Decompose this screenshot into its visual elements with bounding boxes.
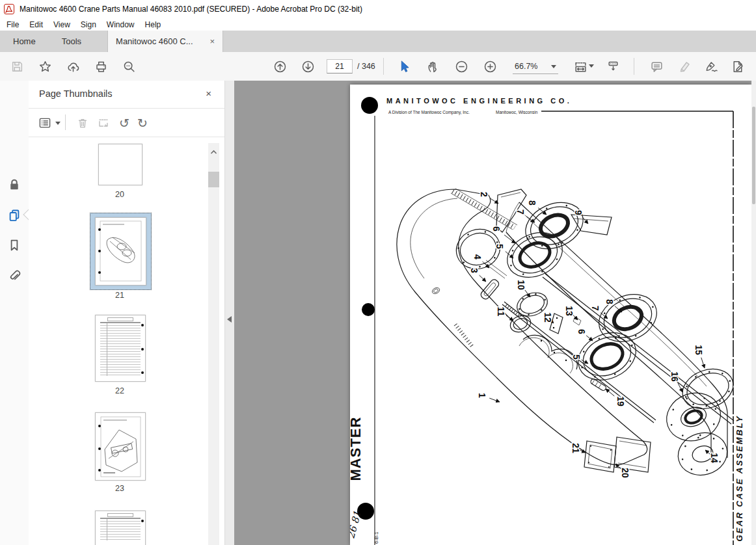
tab-document-label: Manitowoc 4600 C... xyxy=(116,36,193,46)
punch-hole xyxy=(362,303,375,316)
thumbnail-page-21[interactable] xyxy=(95,217,146,286)
panel-title: Page Thumbnails xyxy=(39,88,113,99)
fit-width-button[interactable] xyxy=(573,59,588,74)
chevron-down-icon xyxy=(551,65,556,68)
svg-text:10: 10 xyxy=(516,280,526,290)
scroll-up-icon[interactable] xyxy=(210,146,217,157)
delete-pages-button[interactable] xyxy=(74,114,91,131)
tab-bar: Home Tools Manitowoc 4600 C... × xyxy=(0,31,756,52)
attachments-paperclip-icon[interactable] xyxy=(7,267,22,283)
document-scrollbar[interactable] xyxy=(751,81,756,545)
svg-text:7: 7 xyxy=(590,306,601,311)
thumbnail-page-21-selection[interactable] xyxy=(90,213,152,290)
company-location: Manitowoc, Wisconsin xyxy=(496,110,538,114)
svg-text:14: 14 xyxy=(709,453,720,463)
page-number-input[interactable] xyxy=(327,59,353,73)
handwritten-note: 26 81 xyxy=(350,510,364,540)
print-button[interactable] xyxy=(93,59,109,74)
collapse-panel-icon[interactable] xyxy=(227,316,232,323)
menu-sign[interactable]: Sign xyxy=(75,20,101,29)
thumbnails-panel: Page Thumbnails × ↺ ↻ 20 xyxy=(29,81,224,545)
highlighter-button[interactable] xyxy=(677,59,692,74)
toolbar-divider xyxy=(634,58,634,75)
svg-text:6: 6 xyxy=(576,329,587,334)
thumbnail-page-23[interactable] xyxy=(95,412,146,481)
menu-window[interactable]: Window xyxy=(101,20,140,29)
punch-dot xyxy=(141,348,144,351)
bearing-rings xyxy=(451,194,739,481)
thumbnail-page-22[interactable] xyxy=(95,315,146,382)
thumbnail-table-rows xyxy=(100,518,141,540)
panel-divider xyxy=(65,114,66,130)
previous-page-button[interactable] xyxy=(272,59,288,74)
pdf-page[interactable]: MANITOWOC ENGINEERING CO. A Division of … xyxy=(350,85,751,545)
acrobat-app-icon xyxy=(4,4,14,14)
menu-view[interactable]: View xyxy=(48,20,75,29)
punch-hole xyxy=(361,97,378,114)
svg-text:3: 3 xyxy=(469,268,479,273)
rotate-counterclockwise-button[interactable]: ↺ xyxy=(116,114,133,131)
zoom-level-value: 66.7% xyxy=(515,62,537,71)
save-button[interactable] xyxy=(9,59,25,74)
document-scrollbar-thumb[interactable] xyxy=(752,107,755,204)
thumbnail-label: 20 xyxy=(90,190,149,199)
star-favorites-button[interactable] xyxy=(37,59,53,74)
svg-text:19: 19 xyxy=(615,396,626,406)
tab-document[interactable]: Manitowoc 4600 C... × xyxy=(107,31,223,52)
select-tool-button[interactable] xyxy=(396,59,412,74)
sign-pen-button[interactable] xyxy=(703,59,718,74)
toolbar-divider xyxy=(383,58,384,75)
svg-text:13: 13 xyxy=(564,306,574,316)
thumbnail-page-24[interactable] xyxy=(95,511,146,545)
panel-splitter[interactable] xyxy=(224,81,235,545)
parts-diagram: MANITOWOC ENGINEERING CO. A Division of … xyxy=(350,85,751,545)
tab-close-icon[interactable]: × xyxy=(209,36,215,46)
scrolling-mode-button[interactable] xyxy=(605,59,621,74)
tab-tools[interactable]: Tools xyxy=(49,31,94,52)
window-titlebar: Manitowoc 4600 Crane Parts Manual 46083 … xyxy=(0,0,756,19)
fit-options-caret[interactable] xyxy=(589,64,594,68)
assembly-side-label: M GEAR CASE ASSEMBLY xyxy=(735,415,744,545)
thumbnail-page-20[interactable] xyxy=(98,144,142,185)
page-count-label: / 346 xyxy=(357,62,375,71)
zoom-in-button[interactable] xyxy=(482,59,498,74)
next-page-button[interactable] xyxy=(300,59,316,74)
panel-toolbar: ↺ ↻ xyxy=(29,108,224,137)
panel-scrollbar[interactable] xyxy=(208,143,219,545)
thumbnail-table-rows xyxy=(100,322,141,376)
panel-scrollbar-thumb[interactable] xyxy=(208,172,219,187)
svg-text:9: 9 xyxy=(573,210,584,215)
zoom-out-button[interactable] xyxy=(453,59,469,74)
document-area: MANITOWOC ENGINEERING CO. A Division of … xyxy=(234,81,756,545)
edit-pdf-button[interactable] xyxy=(730,59,746,74)
svg-text:12: 12 xyxy=(543,312,553,323)
svg-text:21: 21 xyxy=(571,443,581,453)
crop-pages-button[interactable] xyxy=(95,114,112,131)
svg-text:8: 8 xyxy=(527,200,537,206)
tab-home[interactable]: Home xyxy=(0,31,49,52)
bookmarks-icon[interactable] xyxy=(7,237,22,253)
menu-help[interactable]: Help xyxy=(140,20,167,29)
svg-text:20: 20 xyxy=(620,468,630,478)
page-thumbnails-rail-icon[interactable] xyxy=(7,207,22,223)
window-title: Manitowoc 4600 Crane Parts Manual 46083 … xyxy=(20,5,362,14)
rotate-clockwise-button[interactable]: ↻ xyxy=(134,114,151,131)
cloud-upload-button[interactable] xyxy=(65,59,81,74)
svg-text:11: 11 xyxy=(496,307,506,317)
company-subtitle: A Division of The Manitowoc Company, Inc… xyxy=(388,110,470,115)
hand-tool-button[interactable] xyxy=(425,59,440,74)
search-button[interactable] xyxy=(121,59,137,74)
menu-edit[interactable]: Edit xyxy=(24,20,48,29)
zoom-level-dropdown[interactable]: 66.7% xyxy=(513,59,558,74)
options-caret[interactable] xyxy=(55,122,61,125)
panel-close-icon[interactable]: × xyxy=(206,88,211,99)
master-stamp: MASTER xyxy=(350,417,364,481)
svg-text:5: 5 xyxy=(571,354,582,360)
comment-button[interactable] xyxy=(649,59,664,74)
svg-text:8: 8 xyxy=(604,299,615,304)
svg-text:7: 7 xyxy=(515,209,526,215)
thumbnail-table-title xyxy=(107,317,133,321)
thumbnail-options-button[interactable] xyxy=(36,114,53,131)
menu-file[interactable]: File xyxy=(1,20,24,29)
security-lock-icon[interactable] xyxy=(7,177,22,193)
